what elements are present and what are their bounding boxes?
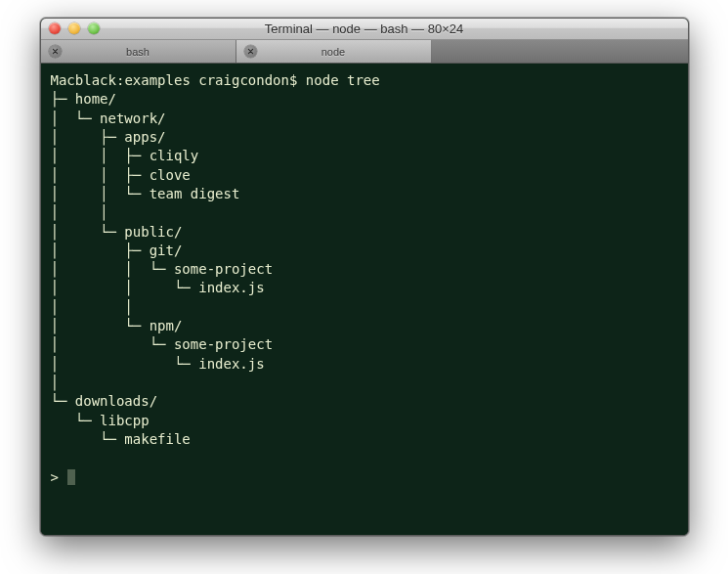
close-icon[interactable] <box>49 22 61 34</box>
secondary-prompt: > <box>51 469 67 485</box>
tab-label: node <box>321 46 345 58</box>
titlebar[interactable]: Terminal — node — bash — 80×24 <box>41 19 688 40</box>
tab-node[interactable]: node <box>236 40 432 63</box>
terminal-window: Terminal — node — bash — 80×24 bash node… <box>40 18 689 536</box>
close-tab-icon[interactable] <box>244 45 257 58</box>
prompt-command: node tree <box>306 72 380 88</box>
zoom-icon[interactable] <box>88 22 100 34</box>
prompt-path: examples <box>124 72 190 88</box>
prompt-host: Macblack <box>51 72 116 88</box>
tab-bar-empty <box>432 40 688 63</box>
tab-label: bash <box>126 46 150 58</box>
window-title: Terminal — node — bash — 80×24 <box>41 22 688 36</box>
terminal-body[interactable]: Macblack:examples craigcondon$ node tree… <box>41 64 688 535</box>
traffic-lights <box>49 22 100 34</box>
tab-bar: bash node <box>41 40 688 64</box>
prompt-user: craigcondon <box>198 72 289 88</box>
tree-output: ├─ home/ │ └─ network/ │ ├─ apps/ │ │ ├─… <box>51 91 274 447</box>
close-tab-icon[interactable] <box>49 45 62 58</box>
prompt-symbol: $ <box>289 72 297 88</box>
minimize-icon[interactable] <box>68 22 80 34</box>
tab-bash[interactable]: bash <box>41 40 236 63</box>
prompt-line: Macblack:examples craigcondon$ node tree <box>51 72 380 88</box>
cursor-block <box>67 469 75 485</box>
